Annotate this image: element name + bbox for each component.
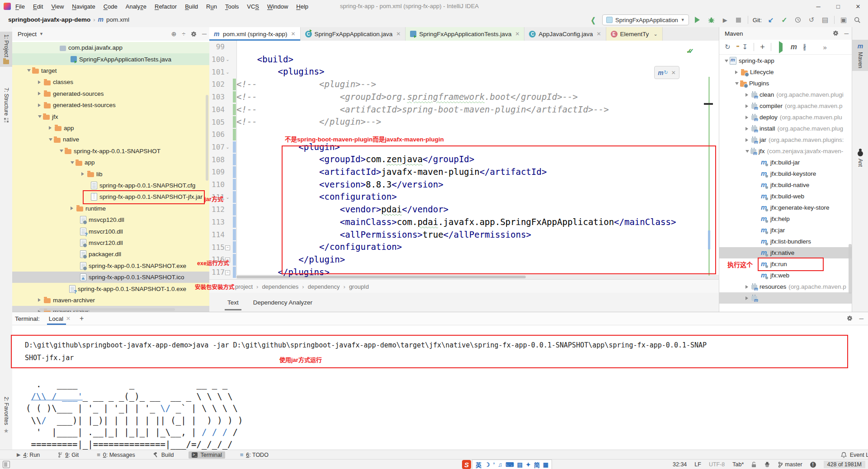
caret-position[interactable]: 32:34 — [673, 461, 687, 468]
fold-icon[interactable]: ⌄ — [225, 145, 231, 150]
tree-item-maven-archiver[interactable]: maven-archiver — [12, 295, 209, 306]
git-update-icon[interactable]: ↙ — [766, 15, 775, 25]
tree-item-spring-fx-app-0-0-1-snapshot-ico[interactable]: spring-fx-app-0.0.1-SNAPSHOT.ico — [12, 272, 209, 283]
menu-refactor[interactable]: Refactor — [155, 3, 177, 10]
terminal-tab-local[interactable]: Local ✕ — [47, 313, 72, 324]
unfold-icon[interactable]: − — [225, 269, 231, 275]
menu-code[interactable]: Code — [104, 3, 118, 10]
maven-item-jfx-build-native[interactable]: jfx:build-native — [719, 179, 852, 191]
tool-windows-icon[interactable]: ▣ — [839, 15, 848, 25]
maven-item-deploy[interactable]: deploy(org.apache.maven.plu — [719, 112, 852, 123]
tree-item-spring-fx-app-0-0-1-snapshot-1-0-exe[interactable]: spring-fx-app-0.0.1-SNAPSHOT-1.0.exe — [12, 283, 209, 294]
tree-item-generated-sources[interactable]: generated-sources — [12, 88, 209, 99]
add-maven-project-icon[interactable]: + — [760, 42, 765, 52]
gear-icon[interactable] — [833, 30, 839, 37]
fold-icon[interactable]: ⌄ — [225, 70, 231, 75]
gear-icon[interactable] — [847, 315, 853, 322]
skip-tests-icon[interactable]: ∦ — [803, 43, 807, 51]
tree-item-packager-dll[interactable]: packager.dll — [12, 249, 209, 260]
maven-item-spring-fx-app[interactable]: spring-fx-app — [719, 55, 852, 66]
close-icon[interactable]: ✕ — [396, 31, 401, 37]
tree-item-app[interactable]: app — [12, 122, 209, 134]
toolwindow-button-0-messages[interactable]: ≡0: Messages — [94, 451, 138, 459]
tree-item-target[interactable]: target — [12, 65, 209, 76]
ime-toolbar[interactable]: S 英 ☽ ’ ♫ ⌨ ▤ ✦ 简 ▦ — [462, 460, 552, 469]
collapse-all-icon[interactable]: ÷ — [182, 30, 185, 38]
tree-item-lib[interactable]: lib — [12, 168, 209, 179]
new-session-icon[interactable]: + — [80, 314, 84, 323]
maven-item-jfx-generate-key-store[interactable]: jfx:generate-key-store — [719, 202, 852, 213]
toolwindow-button-terminal[interactable]: >_Terminal — [189, 451, 225, 459]
close-icon[interactable]: ✕ — [66, 315, 71, 322]
execute-maven-goal-icon[interactable]: m — [791, 43, 797, 51]
unfold-icon[interactable]: − — [225, 257, 231, 263]
event-log-button[interactable]: Event Log — [841, 452, 868, 458]
editor-tab-pom-xml-spring-fx-app-[interactable]: mpom.xml (spring-fx-app)✕ — [209, 27, 301, 41]
ime-grid-icon[interactable]: ▦ — [543, 461, 548, 468]
maven-item-install[interactable]: install(org.apache.maven.plug — [719, 123, 852, 134]
git-history-icon[interactable] — [793, 15, 802, 25]
tree-item-spring-fx-app-0-0-1-snapshot-cfg[interactable]: spring-fx-app-0.0.1-SNAPSHOT.cfg — [12, 180, 209, 191]
unfold-icon[interactable]: − — [225, 244, 231, 250]
menu-help[interactable]: Help — [296, 3, 308, 10]
maven-item-resources[interactable]: resources(org.apache.maven.p — [719, 281, 852, 292]
maven-item-lifecycle[interactable]: Lifecycle — [719, 66, 852, 78]
gear-icon[interactable] — [191, 31, 197, 37]
breadcrumb-file[interactable]: pom.xml — [106, 16, 129, 23]
tree-item-com-pdai-javafx-app[interactable]: com.pdai.javafx.app — [12, 42, 209, 53]
tree-item-msvcr120-dll[interactable]: msvcr120.dll — [12, 237, 209, 249]
file-encoding[interactable]: UTF-8 — [709, 461, 725, 468]
editor-tab-elementty[interactable]: EElementTy⌄ — [606, 27, 663, 41]
sogou-ime-icon[interactable]: S — [462, 460, 471, 469]
close-icon[interactable]: ✕ — [291, 31, 296, 37]
sidebar-item-ant[interactable]: Ant — [852, 148, 868, 169]
ime-simplified[interactable]: 简 — [534, 460, 540, 469]
maven-item-row[interactable] — [719, 292, 852, 304]
indent-style[interactable]: Tab* — [732, 461, 744, 468]
maven-item-jfx-jar[interactable]: jfx:jar — [719, 225, 852, 236]
close-icon[interactable]: ✕ — [515, 31, 519, 37]
tree-item-generated-test-sources[interactable]: generated-test-sources — [12, 99, 209, 111]
memory-indicator[interactable]: 428 of 1981M — [824, 461, 865, 468]
maximize-icon[interactable]: □ — [828, 0, 848, 13]
run-button[interactable] — [693, 15, 703, 25]
maven-reimport-popup[interactable]: m ↻ ✕ — [654, 66, 679, 79]
fold-icon[interactable]: ⌄ — [225, 57, 231, 62]
git-branch-widget[interactable]: master — [778, 461, 802, 468]
ime-clipboard-icon[interactable]: ▤ — [517, 461, 523, 468]
menu-edit[interactable]: Edit — [33, 3, 43, 10]
git-rollback-icon[interactable]: ↺ — [807, 15, 816, 25]
breadcrumb-project[interactable]: project — [235, 283, 253, 290]
toolwindow-button-9-git[interactable]: 9: Git — [55, 451, 82, 459]
tree-item-native[interactable]: native — [12, 134, 209, 145]
reimport-maven-icon[interactable]: ↻ — [725, 43, 731, 51]
tree-item-msvcp120-dll[interactable]: msvcp120.dll — [12, 214, 209, 225]
view-tab-text[interactable]: Text — [226, 296, 240, 309]
close-icon[interactable]: ✕ — [671, 70, 676, 76]
menu-file[interactable]: File — [15, 3, 25, 10]
hidden-tabs-chevron-icon[interactable]: ⌄ — [653, 31, 657, 37]
maven-item-jfx-web[interactable]: jfx:web — [719, 270, 852, 281]
maven-item-jfx-help[interactable]: jfx:help — [719, 213, 852, 225]
maven-item-jfx[interactable]: jfx(com.zenjava:javafx-maven- — [719, 145, 852, 157]
run-configuration-select[interactable]: SpringFxAppApplication ▼ — [602, 14, 689, 25]
editor-tab-springfxappapplication-java[interactable]: CSpringFxAppApplication.java✕ — [301, 27, 406, 41]
breadcrumb-dependencies[interactable]: dependencies — [262, 283, 298, 290]
run-with-coverage-icon[interactable]: ▶ — [721, 15, 730, 25]
menu-vcs[interactable]: VCS — [247, 3, 259, 10]
maven-item-compiler[interactable]: compiler(org.apache.maven.p — [719, 100, 852, 112]
menu-tools[interactable]: Tools — [225, 3, 239, 10]
tree-item-jfx[interactable]: jfx — [12, 111, 209, 122]
close-icon[interactable]: ✕ — [848, 0, 868, 13]
more-actions-icon[interactable]: » — [823, 43, 826, 51]
code-editor[interactable]: 99100⌄101⌄102103104105106107⌄10810911011… — [209, 41, 719, 279]
sidebar-item-project[interactable]: 1: Project — [0, 32, 12, 67]
sidebar-item-favorites[interactable]: 2: Favorites ★ — [0, 394, 12, 437]
maven-item-jfx-build-keystore[interactable]: jfx:build-keystore — [719, 168, 852, 179]
maven-scrollbar[interactable] — [849, 244, 852, 294]
tree-item-app[interactable]: app — [12, 157, 209, 168]
debug-button[interactable] — [707, 15, 716, 25]
menu-window[interactable]: Window — [267, 3, 288, 10]
maven-item-jfx-build-jar[interactable]: jfx:build-jar — [719, 157, 852, 168]
breadcrumb-dependency[interactable]: dependency — [308, 283, 340, 290]
